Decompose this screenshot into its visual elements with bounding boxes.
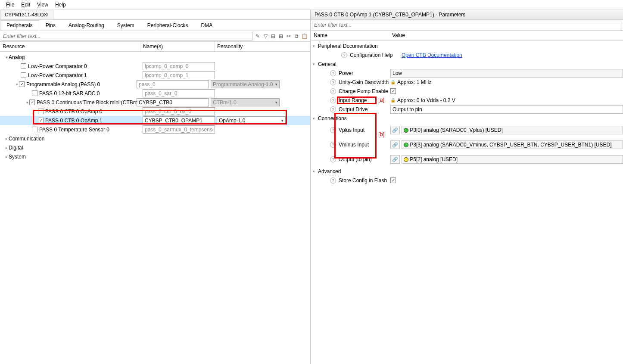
col-resource[interactable]: Resource xyxy=(0,42,140,51)
tree-pass[interactable]: ▾ Programmable Analog (PASS) 0 Programma… xyxy=(0,80,310,89)
help-icon[interactable]: ? xyxy=(330,106,336,112)
tree-lpcomp1[interactable]: Low-Power Comparator 1 xyxy=(0,71,310,80)
filter-icon[interactable]: ▽ xyxy=(262,33,269,39)
vminus-value[interactable]: P3[3] analog (SARADC0_Vminus, CYBSP_USER… xyxy=(402,140,623,149)
tree-analog[interactable]: ▾Analog xyxy=(0,53,310,62)
group-general[interactable]: ▾General xyxy=(311,59,623,68)
checkbox[interactable] xyxy=(38,109,44,114)
tree-system[interactable]: ▸System xyxy=(0,152,310,161)
paste-icon[interactable]: 📋 xyxy=(301,33,308,39)
edit-icon[interactable]: ✎ xyxy=(254,33,261,39)
col-param-value[interactable]: Value xyxy=(389,31,623,40)
row-outpin: ? Output (to pin) 🔗 P5[2] analog [USED] xyxy=(311,152,623,167)
left-pane: CYPM1311-48LQXI Peripherals Pins Analog-… xyxy=(0,10,311,364)
tab-pins[interactable]: Pins xyxy=(39,20,62,31)
name-lpcomp0[interactable] xyxy=(143,62,215,70)
params-title: PASS 0 CTB 0 OpAmp 1 (CYBSP_CTB0_OPAMP1)… xyxy=(311,10,623,20)
tab-analog-routing[interactable]: Analog-Routing xyxy=(62,20,111,31)
help-icon[interactable]: ? xyxy=(330,156,336,162)
collapse-icon[interactable]: ⊟ xyxy=(270,33,277,39)
subtab-strip: Peripherals Pins Analog-Routing System P… xyxy=(0,20,310,31)
power-value[interactable]: Low xyxy=(390,69,623,78)
tab-system[interactable]: System xyxy=(111,20,141,31)
outpin-value[interactable]: P5[2] analog [USED] xyxy=(402,155,623,164)
name-lpcomp1[interactable] xyxy=(143,71,215,79)
name-sar[interactable] xyxy=(143,89,215,97)
col-personality[interactable]: Personality xyxy=(215,42,310,51)
tab-peripheral-clocks[interactable]: Peripheral-Clocks xyxy=(141,20,195,31)
params-filter-input[interactable] xyxy=(312,21,622,29)
device-tab[interactable]: CYPM1311-48LQXI xyxy=(0,10,53,19)
outdrv-value[interactable]: Output to pin xyxy=(390,105,623,114)
help-icon[interactable]: ? xyxy=(330,79,336,85)
checkbox[interactable] xyxy=(29,100,35,105)
help-icon[interactable]: ? xyxy=(330,88,336,94)
col-names[interactable]: Name(s) xyxy=(140,42,215,51)
tree-sar[interactable]: PASS 0 12-bit SAR ADC 0 xyxy=(0,89,310,98)
name-ctbm[interactable] xyxy=(137,98,209,106)
link-icon[interactable]: 🔗 xyxy=(390,140,400,149)
tree-op1[interactable]: PASS 0 CTB 0 OpAmp 1 OpAmp-1.0▾ xyxy=(0,116,310,125)
help-icon[interactable]: ? xyxy=(330,142,336,148)
storeflash-checkbox[interactable] xyxy=(390,177,396,183)
row-conf-help: ? Configuration Help Open CTB Documentat… xyxy=(311,50,623,59)
copy-icon[interactable]: ⧉ xyxy=(293,33,300,39)
params-header: Name Value xyxy=(311,31,623,40)
name-op0[interactable] xyxy=(143,107,215,115)
checkbox[interactable] xyxy=(38,118,44,123)
checkbox[interactable] xyxy=(21,72,26,78)
expand-icon[interactable]: ⊞ xyxy=(277,33,284,39)
checkbox[interactable] xyxy=(21,63,26,69)
tree-comm[interactable]: ▸Communication xyxy=(0,134,310,143)
cut-icon[interactable]: ✂ xyxy=(285,33,292,39)
tree-op0[interactable]: PASS 0 CTB 0 OpAmp 0 xyxy=(0,107,310,116)
group-connections[interactable]: ▾Connections xyxy=(311,114,623,123)
checkbox[interactable] xyxy=(32,127,37,132)
menu-file[interactable]: FFileile xyxy=(3,1,18,9)
group-pdoc[interactable]: ▾Peripheral Documentation xyxy=(311,41,623,50)
help-icon[interactable]: ? xyxy=(330,97,336,103)
status-dot-green xyxy=(404,128,408,133)
menu-edit[interactable]: Edit xyxy=(18,1,34,9)
params-body: ▾Peripheral Documentation ? Configuratio… xyxy=(311,40,623,186)
chgpump-checkbox[interactable] xyxy=(390,88,396,94)
row-chgpump: ? Charge Pump Enable xyxy=(311,87,623,96)
tree-lpcomp0[interactable]: Low-Power Comparator 0 xyxy=(0,62,310,71)
pers-ctbm[interactable]: CTBm-1.0▾ xyxy=(211,98,280,106)
right-pane: PASS 0 CTB 0 OpAmp 1 (CYBSP_CTB0_OPAMP1)… xyxy=(311,10,623,364)
grid-header: Resource Name(s) Personality xyxy=(0,42,310,52)
link-icon[interactable]: 🔗 xyxy=(390,155,400,164)
name-pass[interactable] xyxy=(137,80,209,88)
menu-view[interactable]: View xyxy=(34,1,52,9)
tab-dma[interactable]: DMA xyxy=(195,20,219,31)
pers-pass[interactable]: Programmable Analog-1.0▾ xyxy=(211,80,280,88)
row-ugbw: ? Unity-Gain Bandwidth 🔒Approx: 1 MHz xyxy=(311,78,623,87)
help-icon[interactable]: ? xyxy=(341,52,347,58)
row-vplus: ? Vplus Input 🔗 P3[0] analog (SARADC0_Vp… xyxy=(311,123,623,137)
name-op1[interactable] xyxy=(143,116,215,124)
lock-icon: 🔒 xyxy=(390,80,396,84)
row-power: ? Power Low xyxy=(311,68,623,78)
filter-row: ✎ ▽ ⊟ ⊞ ✂ ⧉ 📋 xyxy=(0,31,310,42)
help-icon[interactable]: ? xyxy=(330,177,336,184)
link-icon[interactable]: 🔗 xyxy=(390,126,400,134)
params-filter xyxy=(311,20,623,31)
col-param-name[interactable]: Name xyxy=(311,31,389,40)
inrange-value: Approx: 0 to Vdda - 0.2 V xyxy=(397,97,455,103)
vplus-value[interactable]: P3[0] analog (SARADC0_Vplus) [USED] xyxy=(402,126,623,134)
open-ctb-doc-link[interactable]: Open CTB Documentation xyxy=(402,52,462,58)
help-icon[interactable]: ? xyxy=(330,127,336,133)
tree-ctbm[interactable]: ▾ PASS 0 Continuous Time Block mini (CTB… xyxy=(0,98,310,107)
checkbox[interactable] xyxy=(19,81,25,87)
pers-op1[interactable]: OpAmp-1.0▾ xyxy=(217,116,286,124)
tree-digital[interactable]: ▸Digital xyxy=(0,143,310,152)
name-temp[interactable] xyxy=(143,125,215,134)
menu-help[interactable]: Help xyxy=(52,1,69,9)
tab-peripherals[interactable]: Peripherals xyxy=(0,20,39,31)
checkbox[interactable] xyxy=(32,90,37,96)
menubar: FFileile Edit View Help xyxy=(0,0,623,10)
filter-input[interactable] xyxy=(1,32,252,40)
tree-temp[interactable]: PASS 0 Temperature Sensor 0 xyxy=(0,125,310,134)
group-advanced[interactable]: ▾Advanced xyxy=(311,167,623,176)
help-icon[interactable]: ? xyxy=(330,70,336,76)
